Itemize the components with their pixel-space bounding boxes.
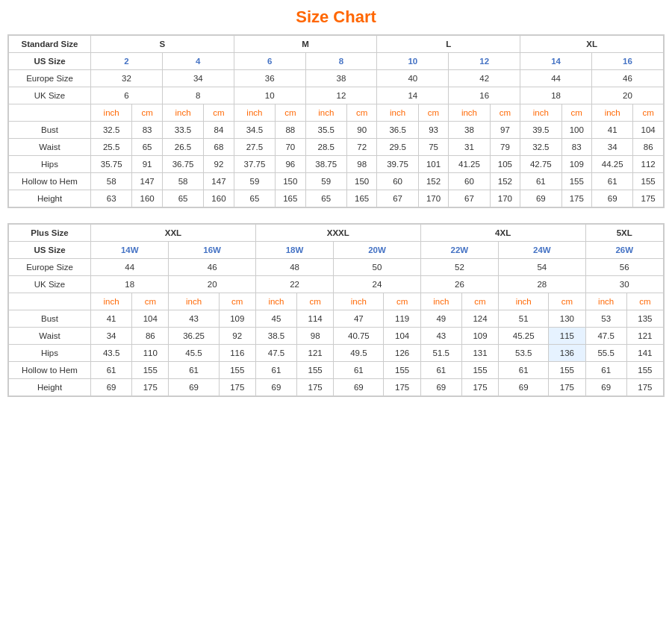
m2-inch: inch — [305, 104, 346, 122]
standard-hollow-row: Hollow to Hem 58147 58147 59150 59150 60… — [9, 173, 664, 190]
s1-cm: cm — [132, 104, 163, 122]
hips-label: Hips — [9, 156, 91, 173]
bust-84: 84 — [204, 122, 234, 139]
uk-6: 6 — [91, 87, 163, 104]
plus-bust-row: Bust 41104 43109 45114 47119 49124 51130… — [9, 310, 664, 328]
plus-hips-label: Hips — [9, 345, 91, 362]
standard-waist-row: Waist 25.565 26.568 27.570 28.572 29.575… — [9, 139, 664, 156]
standard-size-label: Standard Size — [9, 36, 91, 53]
uk-8: 8 — [162, 87, 234, 104]
uk-p-24: 24 — [334, 276, 420, 293]
standard-inch-cm-header: inch cm inch cm inch cm inch cm inch cm … — [9, 104, 664, 122]
bust-93: 93 — [418, 122, 449, 139]
5xl-group-header: 5XL — [585, 225, 663, 242]
plus-us-size-row: US Size 14W 16W 18W 20W 22W 24W 26W — [9, 242, 664, 259]
m-group-header: M — [234, 36, 377, 53]
eu-p-50: 50 — [334, 259, 420, 276]
plus-size-table: Plus Size XXL XXXL 4XL 5XL US Size 14W 1… — [7, 223, 665, 397]
uk-p-28: 28 — [499, 276, 585, 293]
bust-90: 90 — [346, 122, 377, 139]
plus-size-label: Plus Size — [9, 225, 91, 242]
eu-46: 46 — [592, 70, 664, 87]
standard-bust-row: Bust 32.583 33.584 34.588 35.590 36.593 … — [9, 122, 664, 139]
plus-waist-label: Waist — [9, 328, 91, 345]
plus-inch-cm-header: inchcm inchcm inchcm inchcm inchcm inchc… — [9, 293, 664, 310]
eu-36: 36 — [234, 70, 305, 87]
m1-inch: inch — [234, 104, 275, 122]
s2-inch: inch — [162, 104, 203, 122]
bust-36.5: 36.5 — [377, 122, 418, 139]
us-size-10: 10 — [377, 53, 449, 70]
hollow-label: Hollow to Hem — [9, 173, 91, 190]
xl1-cm: cm — [561, 104, 592, 122]
uk-16: 16 — [449, 87, 520, 104]
uk-p-18: 18 — [91, 276, 169, 293]
m1-cm: cm — [276, 104, 306, 122]
uk-p-30: 30 — [585, 276, 663, 293]
us-size-14: 14 — [520, 53, 592, 70]
plus-europe-size-label: Europe Size — [9, 259, 91, 276]
plus-us-size-label: US Size — [9, 242, 91, 259]
xl2-cm: cm — [633, 104, 664, 122]
eu-p-52: 52 — [420, 259, 498, 276]
4xl-group-header: 4XL — [420, 225, 585, 242]
bust-label: Bust — [9, 122, 91, 139]
bust-97: 97 — [490, 122, 520, 139]
us-14w: 14W — [91, 242, 169, 259]
xl2-inch: inch — [592, 104, 633, 122]
eu-38: 38 — [305, 70, 377, 87]
l1-cm: cm — [418, 104, 449, 122]
uk-p-20: 20 — [169, 276, 255, 293]
uk-20: 20 — [592, 87, 664, 104]
plus-height-row: Height 69175 69175 69175 69175 69175 691… — [9, 379, 664, 396]
eu-p-56: 56 — [585, 259, 663, 276]
uk-size-label: UK Size — [9, 87, 91, 104]
eu-40: 40 — [377, 70, 449, 87]
us-26w: 26W — [585, 242, 663, 259]
s1-inch: inch — [91, 104, 132, 122]
s2-cm: cm — [204, 104, 234, 122]
uk-18: 18 — [520, 87, 592, 104]
bust-41: 41 — [592, 122, 633, 139]
us-size-6: 6 — [234, 53, 305, 70]
bust-35.5: 35.5 — [305, 122, 346, 139]
plus-europe-size-row: Europe Size 44 46 48 50 52 54 56 — [9, 259, 664, 276]
bust-33.5: 33.5 — [162, 122, 203, 139]
xl-group-header: XL — [520, 36, 664, 53]
us-22w: 22W — [420, 242, 498, 259]
l2-cm: cm — [490, 104, 520, 122]
standard-height-row: Height 63160 65160 65165 65165 67170 671… — [9, 190, 664, 207]
plus-hips-row: Hips 43.5110 45.5116 47.5121 49.5126 51.… — [9, 345, 664, 362]
l-group-header: L — [377, 36, 520, 53]
us-size-4: 4 — [162, 53, 234, 70]
xl1-inch: inch — [520, 104, 561, 122]
m2-cm: cm — [346, 104, 377, 122]
bust-104: 104 — [633, 122, 664, 139]
eu-p-54: 54 — [499, 259, 585, 276]
standard-header-row: Standard Size S M L XL — [9, 36, 664, 53]
xxl-group-header: XXL — [91, 225, 256, 242]
plus-header-row: Plus Size XXL XXXL 4XL 5XL — [9, 225, 664, 242]
eu-42: 42 — [449, 70, 520, 87]
l1-inch: inch — [377, 104, 418, 122]
bust-83: 83 — [132, 122, 163, 139]
page-title: Size Chart — [7, 7, 665, 27]
bust-34.5: 34.5 — [234, 122, 275, 139]
us-18w: 18W — [255, 242, 333, 259]
plus-height-label: Height — [9, 379, 91, 396]
uk-p-22: 22 — [255, 276, 333, 293]
uk-14: 14 — [377, 87, 449, 104]
eu-p-48: 48 — [255, 259, 333, 276]
plus-bust-label: Bust — [9, 310, 91, 328]
l2-inch: inch — [449, 104, 490, 122]
us-size-12: 12 — [449, 53, 520, 70]
uk-size-row: UK Size 6 8 10 12 14 16 18 20 — [9, 87, 664, 104]
eu-p-46: 46 — [169, 259, 255, 276]
us-20w: 20W — [334, 242, 420, 259]
uk-12: 12 — [305, 87, 377, 104]
bust-38: 38 — [449, 122, 490, 139]
height-label: Height — [9, 190, 91, 207]
us-size-16: 16 — [592, 53, 664, 70]
standard-size-table: Standard Size S M L XL US Size 2 4 6 8 1… — [7, 34, 665, 208]
plus-uk-size-row: UK Size 18 20 22 24 26 28 30 — [9, 276, 664, 293]
